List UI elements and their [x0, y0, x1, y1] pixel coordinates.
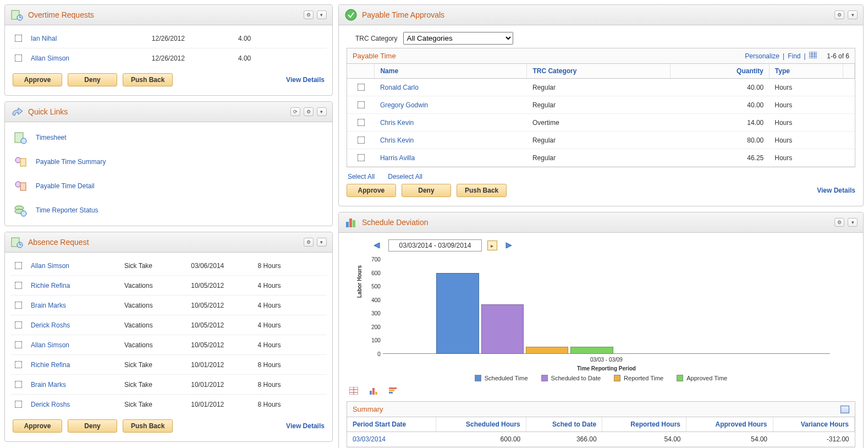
- employee-name-link[interactable]: Harris Avilla: [380, 154, 415, 162]
- prev-arrow-icon[interactable]: [372, 241, 383, 250]
- calendar-go-icon[interactable]: ▸: [487, 241, 497, 250]
- approved-hours: 54.00: [686, 432, 773, 447]
- absence-type: Sick Take: [124, 361, 191, 369]
- col-name[interactable]: Name: [375, 64, 527, 79]
- employee-name-link[interactable]: Brain Marks: [31, 381, 124, 389]
- refresh-icon[interactable]: ⟳: [290, 107, 300, 116]
- col-quantity[interactable]: Quantity: [671, 64, 770, 79]
- trc-category-select[interactable]: All Categories: [403, 32, 513, 45]
- deny-button[interactable]: Deny: [402, 184, 451, 197]
- view-details-link[interactable]: View Details: [817, 187, 855, 194]
- employee-name-link[interactable]: Derick Roshs: [31, 321, 124, 329]
- deny-button[interactable]: Deny: [68, 419, 117, 433]
- deselect-all-link[interactable]: Deselect All: [388, 173, 422, 181]
- chevron-down-icon[interactable]: ▾: [317, 10, 327, 19]
- view-details-link[interactable]: View Details: [286, 422, 325, 430]
- gear-icon[interactable]: ⚙: [834, 218, 844, 227]
- panel-header: Quick Links ⟳ ⚙ ▾: [5, 102, 332, 122]
- row-checkbox[interactable]: [15, 401, 23, 408]
- row-checkbox[interactable]: [15, 54, 23, 62]
- quick-link-item[interactable]: Payable Time Summary: [10, 150, 327, 174]
- list-item: Richie Refina Sick Take 10/01/2012 8 Hou…: [10, 355, 327, 375]
- row-checkbox[interactable]: [15, 35, 23, 42]
- employee-name-link[interactable]: Allan Simson: [31, 262, 124, 270]
- legend-label: Scheduled to Date: [551, 375, 601, 381]
- row-checkbox[interactable]: [358, 136, 365, 144]
- gear-icon[interactable]: ⚙: [304, 107, 314, 116]
- gear-icon[interactable]: ⚙: [304, 238, 314, 247]
- period-start-date[interactable]: 03/03/2014: [347, 432, 436, 447]
- row-checkbox[interactable]: [15, 262, 23, 270]
- push-back-button[interactable]: Push Back: [457, 184, 507, 197]
- chart-table-icon[interactable]: [349, 386, 359, 396]
- row-checkbox[interactable]: [15, 302, 23, 309]
- quantity-value: 40.00: [671, 79, 770, 96]
- employee-name-link[interactable]: Allan Simson: [31, 341, 124, 349]
- row-checkbox[interactable]: [358, 84, 365, 91]
- view-details-link[interactable]: View Details: [286, 76, 325, 84]
- find-link[interactable]: Find: [788, 52, 800, 60]
- quick-link-item[interactable]: Payable Time Detail: [10, 174, 327, 198]
- grid-icon[interactable]: [840, 406, 849, 413]
- row-checkbox[interactable]: [15, 341, 23, 349]
- chart-bar-icon[interactable]: [369, 386, 378, 396]
- svg-rect-33: [389, 387, 397, 389]
- chart-x-axis-label: Time Reporting Period: [383, 365, 830, 371]
- employee-name-link[interactable]: Gregory Godwin: [380, 101, 428, 109]
- chevron-down-icon[interactable]: ▾: [848, 10, 858, 19]
- quick-link-label[interactable]: Timesheet: [36, 134, 67, 141]
- chevron-down-icon[interactable]: ▾: [317, 238, 327, 247]
- quick-link-label[interactable]: Time Reporter Status: [36, 206, 98, 214]
- employee-name-link[interactable]: Richie Refina: [31, 361, 124, 369]
- employee-name-link[interactable]: Ronald Carlo: [380, 84, 419, 91]
- quick-link-item[interactable]: Timesheet: [10, 125, 327, 150]
- col-scheduled-hours[interactable]: Scheduled Hours: [436, 417, 526, 432]
- col-reported-hours[interactable]: Reported Hours: [602, 417, 686, 432]
- col-trc-category[interactable]: TRC Category: [527, 64, 671, 79]
- row-checkbox[interactable]: [15, 361, 23, 369]
- next-arrow-icon[interactable]: [503, 241, 514, 250]
- push-back-button[interactable]: Push Back: [123, 73, 173, 86]
- chart-hbar-icon[interactable]: [388, 386, 398, 396]
- overtime-requests-panel: Overtime Requests ⚙ ▾ Ian Nihal 12/26/20…: [4, 4, 333, 96]
- quick-link-label[interactable]: Payable Time Detail: [36, 182, 95, 190]
- row-checkbox[interactable]: [15, 321, 23, 329]
- approve-button[interactable]: Approve: [13, 419, 62, 433]
- col-sched-to-date[interactable]: Sched to Date: [526, 417, 602, 432]
- select-all-link[interactable]: Select All: [348, 173, 375, 181]
- check-circle-icon: [344, 8, 358, 21]
- col-type[interactable]: Type: [769, 64, 843, 79]
- type-value: Hours: [769, 114, 843, 132]
- approve-button[interactable]: Approve: [347, 184, 396, 197]
- chevron-down-icon[interactable]: ▾: [317, 107, 327, 116]
- grid-icon[interactable]: [809, 52, 817, 60]
- row-checkbox[interactable]: [15, 381, 23, 389]
- row-checkbox[interactable]: [358, 154, 365, 162]
- legend-item: Scheduled Time: [475, 375, 528, 381]
- row-checkbox[interactable]: [358, 119, 365, 127]
- employee-name-link[interactable]: Chris Kevin: [380, 119, 414, 127]
- trc-category-value: Overtime: [527, 114, 671, 132]
- personalize-link[interactable]: Personalize: [745, 52, 779, 60]
- employee-name-link[interactable]: Ian Nihal: [31, 35, 152, 42]
- col-period-start-date[interactable]: Period Start Date: [347, 417, 436, 432]
- deny-button[interactable]: Deny: [68, 73, 117, 86]
- employee-name-link[interactable]: Allan Simson: [31, 54, 152, 62]
- approve-button[interactable]: Approve: [13, 73, 62, 86]
- employee-name-link[interactable]: Derick Roshs: [31, 401, 124, 408]
- col-approved-hours[interactable]: Approved Hours: [686, 417, 773, 432]
- push-back-button[interactable]: Push Back: [123, 419, 173, 433]
- employee-name-link[interactable]: Richie Refina: [31, 282, 124, 289]
- employee-name-link[interactable]: Chris Kevin: [380, 136, 414, 144]
- row-checkbox[interactable]: [15, 282, 23, 289]
- quick-link-item[interactable]: Time Reporter Status: [10, 198, 327, 222]
- absence-type: Sick Take: [124, 262, 191, 270]
- row-checkbox[interactable]: [358, 101, 365, 109]
- date-range-input[interactable]: 03/03/2014 - 03/09/2014: [388, 239, 482, 252]
- gear-icon[interactable]: ⚙: [834, 10, 844, 19]
- gear-icon[interactable]: ⚙: [304, 10, 314, 19]
- employee-name-link[interactable]: Brain Marks: [31, 302, 124, 309]
- quick-link-label[interactable]: Payable Time Summary: [36, 158, 106, 166]
- chevron-down-icon[interactable]: ▾: [848, 218, 858, 227]
- col-variance-hours[interactable]: Variance Hours: [773, 417, 854, 432]
